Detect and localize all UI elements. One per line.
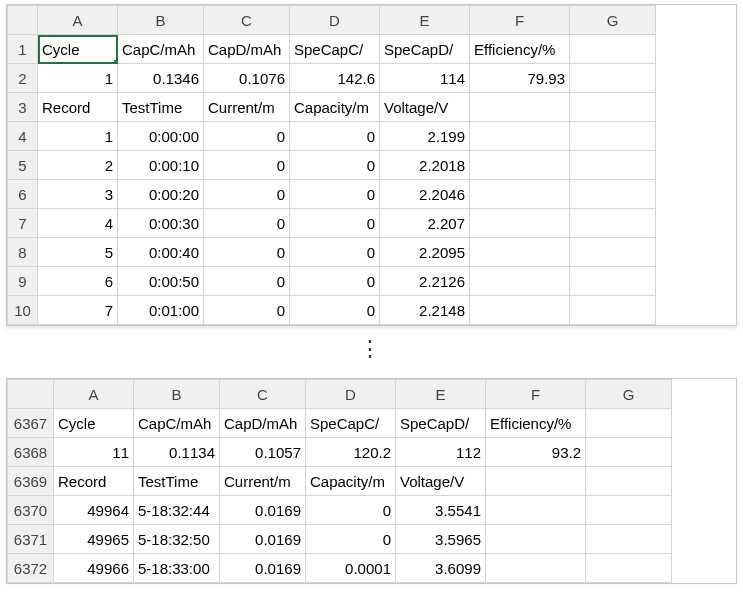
cell-C4[interactable]: 0 [204, 122, 290, 151]
cell-C6368[interactable]: 0.1057 [220, 438, 306, 467]
row-header[interactable]: 4 [8, 122, 38, 151]
col-header-C[interactable]: C [204, 6, 290, 35]
cell-B6367[interactable]: CapC/mAh [134, 409, 220, 438]
cell-C5[interactable]: 0 [204, 151, 290, 180]
row-header[interactable]: 10 [8, 296, 38, 325]
cell-B1[interactable]: CapC/mAh [118, 35, 204, 64]
cell-G5[interactable] [570, 151, 656, 180]
cell-C6371[interactable]: 0.0169 [220, 525, 306, 554]
cell-F6369[interactable] [486, 467, 586, 496]
row-header[interactable]: 2 [8, 64, 38, 93]
cell-B6372[interactable]: 5-18:33:00 [134, 554, 220, 583]
cell-E5[interactable]: 2.2018 [380, 151, 470, 180]
col-header-D[interactable]: D [306, 380, 396, 409]
cell-F2[interactable]: 79.93 [470, 64, 570, 93]
cell-B5[interactable]: 0:00:10 [118, 151, 204, 180]
cell-G6[interactable] [570, 180, 656, 209]
cell-C6367[interactable]: CapD/mAh [220, 409, 306, 438]
row-header[interactable]: 6368 [8, 438, 54, 467]
col-header-F[interactable]: F [486, 380, 586, 409]
cell-B2[interactable]: 0.1346 [118, 64, 204, 93]
cell-C3[interactable]: Current/m [204, 93, 290, 122]
col-header-A[interactable]: A [54, 380, 134, 409]
cell-A7[interactable]: 4 [38, 209, 118, 238]
row-header[interactable]: 6372 [8, 554, 54, 583]
row-header[interactable]: 6371 [8, 525, 54, 554]
cell-E8[interactable]: 2.2095 [380, 238, 470, 267]
cell-E4[interactable]: 2.199 [380, 122, 470, 151]
cell-D8[interactable]: 0 [290, 238, 380, 267]
cell-F6371[interactable] [486, 525, 586, 554]
cell-G6368[interactable] [586, 438, 672, 467]
cell-D10[interactable]: 0 [290, 296, 380, 325]
cell-D3[interactable]: Capacity/m [290, 93, 380, 122]
cell-G4[interactable] [570, 122, 656, 151]
cell-E6371[interactable]: 3.5965 [396, 525, 486, 554]
cell-F8[interactable] [470, 238, 570, 267]
cell-G6367[interactable] [586, 409, 672, 438]
row-header[interactable]: 5 [8, 151, 38, 180]
cell-C6370[interactable]: 0.0169 [220, 496, 306, 525]
cell-G6369[interactable] [586, 467, 672, 496]
cell-A9[interactable]: 6 [38, 267, 118, 296]
cell-D6[interactable]: 0 [290, 180, 380, 209]
cell-G1[interactable] [570, 35, 656, 64]
cell-E1[interactable]: SpeCapD/ [380, 35, 470, 64]
cell-G3[interactable] [570, 93, 656, 122]
row-header[interactable]: 3 [8, 93, 38, 122]
cell-B6371[interactable]: 5-18:32:50 [134, 525, 220, 554]
row-header[interactable]: 6367 [8, 409, 54, 438]
cell-F6367[interactable]: Efficiency/% [486, 409, 586, 438]
cell-E10[interactable]: 2.2148 [380, 296, 470, 325]
cell-F4[interactable] [470, 122, 570, 151]
cell-G6370[interactable] [586, 496, 672, 525]
cell-A6367[interactable]: Cycle [54, 409, 134, 438]
cell-E7[interactable]: 2.207 [380, 209, 470, 238]
row-header[interactable]: 6370 [8, 496, 54, 525]
cell-A6368[interactable]: 11 [54, 438, 134, 467]
cell-D6372[interactable]: 0.0001 [306, 554, 396, 583]
cell-C1[interactable]: CapD/mAh [204, 35, 290, 64]
cell-D9[interactable]: 0 [290, 267, 380, 296]
cell-E9[interactable]: 2.2126 [380, 267, 470, 296]
cell-B3[interactable]: TestTime [118, 93, 204, 122]
cell-E6[interactable]: 2.2046 [380, 180, 470, 209]
cell-A6371[interactable]: 49965 [54, 525, 134, 554]
cell-F6[interactable] [470, 180, 570, 209]
cell-E6367[interactable]: SpeCapD/ [396, 409, 486, 438]
cell-F10[interactable] [470, 296, 570, 325]
col-header-C[interactable]: C [220, 380, 306, 409]
cell-F5[interactable] [470, 151, 570, 180]
select-all-corner[interactable] [8, 6, 38, 35]
cell-C6372[interactable]: 0.0169 [220, 554, 306, 583]
cell-D6368[interactable]: 120.2 [306, 438, 396, 467]
cell-F9[interactable] [470, 267, 570, 296]
col-header-G[interactable]: G [586, 380, 672, 409]
row-header[interactable]: 6369 [8, 467, 54, 496]
cell-A6369[interactable]: Record [54, 467, 134, 496]
col-header-D[interactable]: D [290, 6, 380, 35]
cell-D6367[interactable]: SpeCapC/ [306, 409, 396, 438]
spreadsheet-grid-bottom[interactable]: A B C D E F G 6367 Cycle CapC/mAh CapD/m… [7, 379, 672, 583]
cell-F3[interactable] [470, 93, 570, 122]
cell-D6371[interactable]: 0 [306, 525, 396, 554]
cell-E6370[interactable]: 3.5541 [396, 496, 486, 525]
cell-A5[interactable]: 2 [38, 151, 118, 180]
cell-D7[interactable]: 0 [290, 209, 380, 238]
cell-A6372[interactable]: 49966 [54, 554, 134, 583]
col-header-E[interactable]: E [396, 380, 486, 409]
cell-D6370[interactable]: 0 [306, 496, 396, 525]
cell-A8[interactable]: 5 [38, 238, 118, 267]
cell-B9[interactable]: 0:00:50 [118, 267, 204, 296]
cell-C6[interactable]: 0 [204, 180, 290, 209]
cell-F6368[interactable]: 93.2 [486, 438, 586, 467]
col-header-B[interactable]: B [134, 380, 220, 409]
cell-F1[interactable]: Efficiency/% [470, 35, 570, 64]
cell-G6371[interactable] [586, 525, 672, 554]
cell-D6369[interactable]: Capacity/m [306, 467, 396, 496]
row-header[interactable]: 9 [8, 267, 38, 296]
cell-A3[interactable]: Record [38, 93, 118, 122]
row-header[interactable]: 1 [8, 35, 38, 64]
spreadsheet-grid-top[interactable]: A B C D E F G 1 Cycle CapC/mAh CapD/mAh … [7, 5, 656, 325]
cell-E3[interactable]: Voltage/V [380, 93, 470, 122]
